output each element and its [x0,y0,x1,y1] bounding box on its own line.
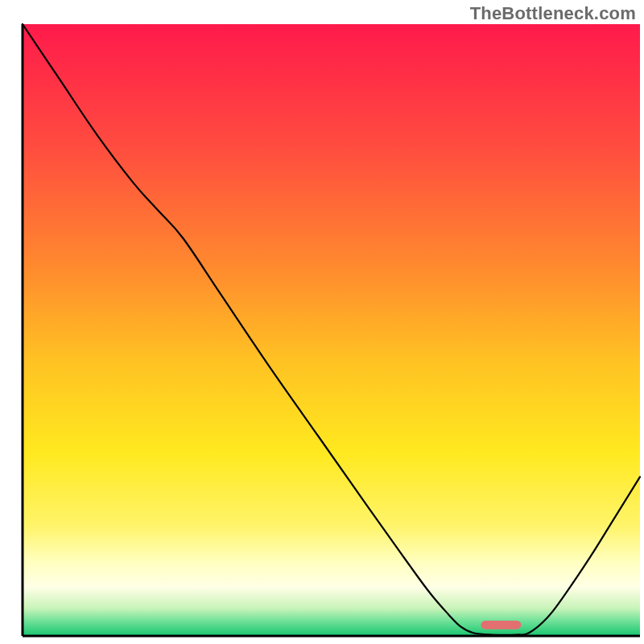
plot-background [23,24,640,636]
optimal-range-marker [481,621,521,630]
watermark-text: TheBottleneck.com [470,3,636,24]
plot-area [23,24,640,636]
chart-canvas [0,0,644,644]
